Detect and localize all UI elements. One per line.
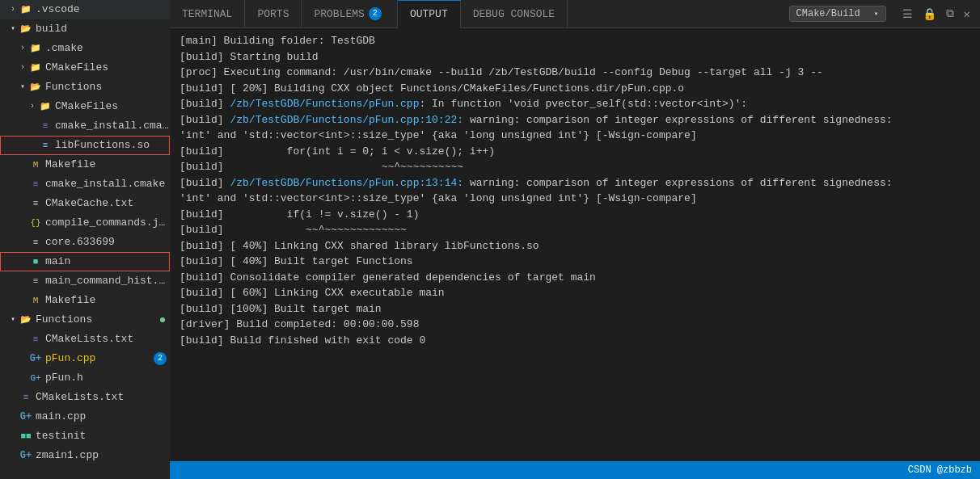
output-line-3: [build] [ 20%] Building CXX object Funct… [180,81,970,97]
tab-debug-console[interactable]: DEBUG CONSOLE [461,0,568,28]
tab-output[interactable]: OUTPUT [398,0,461,28]
output-line-8: [build] ~~^~~~~~~~~~~ [180,159,970,175]
folder-icon-functions-cmakefiles: 📁 [39,100,52,113]
sidebar-item-functions-cmakefiles[interactable]: 📁 CMakeFiles [0,97,170,116]
txt-icon-main-command: ≡ [29,275,42,288]
lock-icon[interactable]: 🔒 [919,6,940,23]
label-main-command: main_command_hist... [45,272,170,290]
exe-icon-testinit: ■■ [19,430,32,443]
arrow-functions-cmakefiles [26,98,39,116]
sidebar-item-cmake-dot[interactable]: 📁 .cmake [0,39,170,58]
sidebar-item-vscode[interactable]: 📁 .vscode [0,0,170,19]
badge-problems: 2 [369,7,382,20]
label-cmakecache: CMakeCache.txt [45,195,170,212]
tab-ports[interactable]: PORTS [245,0,302,28]
json-icon-compile-commands: {} [29,216,42,229]
label-main-cpp: main.cpp [36,408,170,426]
output-line-11: [build] if(i != v.size() - 1) [180,207,970,223]
label-testinit: testinit [36,427,170,445]
copy-icon[interactable]: ⧉ [943,6,957,22]
label-libfunctions: libFunctions.so [55,137,170,154]
output-line-7: [build] for(int i = 0; i < v.size(); i++… [180,144,970,160]
exe-icon-main: ■ [29,255,42,268]
sidebar-item-makefile1[interactable]: M Makefile [0,155,170,174]
sidebar-item-libfunctions[interactable]: ≡ libFunctions.so [0,136,170,155]
label-pfun-h: pFun.h [45,369,170,387]
label-zmain-cpp: zmain1.cpp [36,447,170,464]
dropdown-value: CMake/Build [796,8,860,19]
cpp-icon-pfun: G+ [29,352,42,365]
close-panel-icon[interactable]: ✕ [961,6,974,23]
tab-problems-label: PROBLEMS [314,8,364,20]
tab-terminal[interactable]: TERMINAL [170,0,245,28]
status-bar: CSDN @zbbzb [170,461,980,479]
output-line-18: [driver] Build completed: 00:00:00.598 [180,317,970,333]
sidebar-item-main-command[interactable]: ≡ main_command_hist... [0,271,170,291]
sidebar-item-cmake-install-inner[interactable]: ≡ cmake_install.cmake [0,116,170,136]
sidebar-item-cmakefiles[interactable]: 📁 CMakeFiles [0,58,170,78]
output-dropdown[interactable]: CMake/Build ▾ [789,6,886,22]
output-line-4: [build] /zb/TestGDB/Functions/pFun.cpp: … [180,96,970,112]
sidebar-item-compile-commands[interactable]: {} compile_commands.j... [0,213,170,233]
output-area[interactable]: [main] Building folder: TestGDB [build] … [170,28,980,461]
cmake-icon-cmakelists1: ≡ [29,333,42,346]
output-line-2: [proc] Executing command: /usr/bin/cmake… [180,65,970,81]
arrow-vscode [6,1,19,19]
sidebar-item-cmakecache[interactable]: ≡ CMakeCache.txt [0,194,170,213]
arrow-functions-build [16,78,29,96]
sidebar-item-makefile2[interactable]: M Makefile [0,291,170,310]
sidebar-item-main-cpp[interactable]: G+ main.cpp [0,407,170,426]
output-line-9: [build] /zb/TestGDB/Functions/pFun.cpp:1… [180,175,970,191]
sidebar-item-functions-root[interactable]: 📂 Functions [0,310,170,330]
label-cmakefiles: CMakeFiles [45,59,170,77]
sidebar-item-pfun-h[interactable]: G+ pFun.h [0,368,170,388]
sidebar-item-pfun-cpp[interactable]: G+ pFun.cpp 2 [0,349,170,368]
makefile-icon-2: M [29,294,42,307]
folder-icon-functions-build: 📂 [29,81,42,94]
folder-icon-vscode: 📁 [19,3,32,16]
folder-icon-build: 📂 [19,23,32,36]
label-core: core.633699 [45,233,170,251]
arrow-build [6,20,19,38]
label-cmake-install-inner: cmake_install.cmake [55,117,170,135]
main-content: TERMINAL PORTS PROBLEMS 2 OUTPUT DEBUG C… [170,0,980,479]
tab-controls: ☰ 🔒 ⧉ ✕ [893,6,980,23]
arrow-cmakefiles [16,59,29,77]
cmake-icon-install-build: ≡ [29,178,42,191]
dropdown-container: CMake/Build ▾ [783,6,893,22]
output-line-16: [build] [ 60%] Linking CXX executable ma… [180,285,970,301]
cmake-icon-install-inner: ≡ [39,120,52,132]
label-main-exe: main [45,253,170,271]
label-cmake-dot: .cmake [45,40,170,57]
list-icon[interactable]: ☰ [899,6,916,23]
label-makefile2: Makefile [45,292,170,309]
tab-bar: TERMINAL PORTS PROBLEMS 2 OUTPUT DEBUG C… [170,0,980,28]
label-functions-cmakefiles: CMakeFiles [55,98,170,116]
label-build: build [36,20,170,38]
sidebar-item-cmakelists1[interactable]: ≡ CMakeLists.txt [0,330,170,349]
tab-problems[interactable]: PROBLEMS 2 [302,0,397,28]
folder-icon-cmake-dot: 📁 [29,42,42,55]
label-cmakelists1: CMakeLists.txt [45,330,170,348]
output-line-6: 'int' and 'std::vector<int>::size_type' … [180,128,970,144]
arrow-functions-root [6,311,19,329]
sidebar-item-core[interactable]: ≡ core.633699 [0,233,170,252]
sidebar-item-cmake-install-build[interactable]: ≡ cmake_install.cmake [0,174,170,194]
sidebar-item-build[interactable]: 📂 build [0,19,170,39]
tab-terminal-label: TERMINAL [182,8,232,20]
label-cmake-install-build: cmake_install.cmake [45,175,170,193]
sidebar-item-testinit[interactable]: ■■ testinit [0,426,170,446]
output-line-12: [build] ~~^~~~~~~~~~~~~~ [180,222,970,238]
sidebar-item-cmakelists2[interactable]: ≡ CMakeLists.txt [0,388,170,407]
output-line-5: [build] /zb/TestGDB/Functions/pFun.cpp:1… [180,112,970,128]
output-line-17: [build] [100%] Built target main [180,301,970,317]
output-line-13: [build] [ 40%] Linking CXX shared librar… [180,238,970,254]
output-line-19: [build] Build finished with exit code 0 [180,333,970,349]
sidebar-item-functions-build[interactable]: 📂 Functions [0,78,170,97]
output-line-14: [build] [ 40%] Built target Functions [180,254,970,270]
label-functions-root: Functions [36,311,160,329]
sidebar-item-zmain-cpp[interactable]: G+ zmain1.cpp [0,446,170,465]
sidebar-item-main-exe[interactable]: ■ main [0,252,170,271]
makefile-icon-1: M [29,158,42,171]
dropdown-chevron-icon: ▾ [874,9,879,19]
